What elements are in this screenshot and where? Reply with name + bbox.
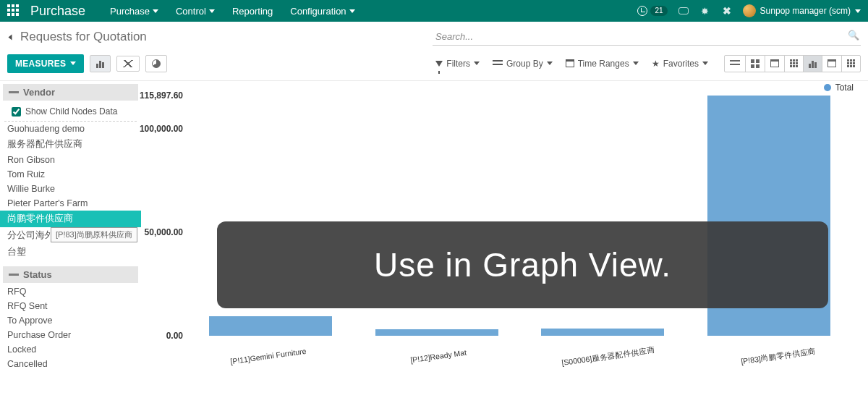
chevron-down-icon xyxy=(702,62,708,65)
sidebar-item-vendor[interactable]: Guohuadeng demo xyxy=(0,122,141,136)
collapse-icon xyxy=(9,274,19,276)
control-panel-bottom: MEASURES Filters Group By Time Ranges ★ … xyxy=(0,48,868,81)
x-axis-label: [P!11]Gemini Furniture xyxy=(183,352,353,362)
pivot-icon xyxy=(790,59,798,67)
user-name-label: Sunpop manager (scm) xyxy=(760,6,851,16)
view-grid[interactable] xyxy=(841,56,860,72)
chevron-down-icon xyxy=(70,62,76,65)
bar[interactable] xyxy=(209,316,332,336)
sidebar: Vendor Show Child Nodes Data Guohuadeng … xyxy=(0,81,141,398)
sidebar-item-vendor[interactable]: 分公司海外[P!83]尚鹏原料供应商 xyxy=(0,227,141,244)
sidebar-item-vendor[interactable]: Pieter Parter's Farm xyxy=(0,196,141,211)
top-navbar: Purchase Purchase Control ReportingConfi… xyxy=(0,0,868,22)
chart-type-bar-button[interactable] xyxy=(90,55,111,72)
chevron-down-icon xyxy=(633,62,639,65)
filters-dropdown[interactable]: Filters xyxy=(435,59,480,69)
chevron-down-icon xyxy=(209,9,215,13)
sidebar-item-status[interactable]: RFQ Sent xyxy=(0,299,141,313)
y-axis-tick: 115,897.60 xyxy=(140,90,183,101)
bar[interactable] xyxy=(541,329,664,336)
sidebar-item-vendor[interactable]: 台塑 xyxy=(0,244,141,261)
groupby-dropdown[interactable]: Group By xyxy=(493,59,553,69)
user-menu[interactable]: Sunpop manager (scm) xyxy=(743,4,861,17)
sidebar-item-status[interactable]: Cancelled xyxy=(0,357,141,371)
activity-clock[interactable]: 21 xyxy=(637,6,667,16)
calendar-icon xyxy=(770,59,779,67)
view-pivot[interactable] xyxy=(784,56,803,72)
search-icon[interactable]: 🔍 xyxy=(848,30,859,41)
view-list[interactable] xyxy=(725,56,745,72)
measures-button[interactable]: MEASURES xyxy=(7,54,84,73)
sidebar-item-status[interactable]: Locked xyxy=(0,342,141,357)
sidebar-item-vendor[interactable]: Ron Gibson xyxy=(0,153,141,167)
chart-type-line-button[interactable] xyxy=(116,56,140,72)
view-graph[interactable] xyxy=(803,56,822,72)
close-icon[interactable]: ✖ xyxy=(721,5,733,17)
sidebar-item-vendor[interactable]: 服务器配件供应商 xyxy=(0,136,141,153)
chevron-down-icon xyxy=(474,62,480,65)
view-activity[interactable] xyxy=(822,56,841,72)
view-calendar[interactable] xyxy=(765,56,784,72)
chevron-down-icon[interactable] xyxy=(9,34,12,40)
x-axis-label: [S00006]服务器配件供应商 xyxy=(524,352,694,362)
search-input[interactable] xyxy=(433,28,861,46)
chevron-down-icon xyxy=(153,9,158,13)
sidebar-group-vendor[interactable]: Vendor xyxy=(3,84,138,101)
bar-chart-icon xyxy=(96,59,104,68)
y-axis-tick: 50,000.00 xyxy=(145,227,183,237)
avatar xyxy=(743,4,756,17)
grid-icon xyxy=(847,59,855,67)
list-icon xyxy=(493,60,503,67)
app-title: Purchase xyxy=(30,4,85,19)
sidebar-item-status[interactable]: Purchase Order xyxy=(0,328,141,342)
control-panel-top: Requests for Quotation 🔍 xyxy=(0,22,868,48)
pie-chart-icon xyxy=(152,59,161,68)
apps-menu-icon[interactable] xyxy=(7,4,20,17)
chevron-down-icon xyxy=(349,9,355,13)
breadcrumb: Requests for Quotation xyxy=(7,30,147,44)
sidebar-item-vendor[interactable]: Willie Burke xyxy=(0,182,141,196)
nav-menu-purchase[interactable]: Purchase xyxy=(110,6,158,17)
y-axis-tick: 100,000.00 xyxy=(140,124,183,134)
sidebar-item-status[interactable]: To Approve xyxy=(0,313,141,328)
x-axis-label: [P!12]Ready Mat xyxy=(353,352,523,362)
calendar-icon xyxy=(827,59,836,67)
overlay-caption: Use in Graph View. xyxy=(217,221,828,308)
sidebar-group-status[interactable]: Status xyxy=(3,266,138,283)
sidebar-item-vendor[interactable]: 尚鹏零件供应商 xyxy=(0,211,141,227)
show-child-nodes-checkbox[interactable]: Show Child Nodes Data xyxy=(4,102,137,122)
sidebar-item-vendor[interactable]: Tom Ruiz xyxy=(0,167,141,182)
nav-menu-reporting[interactable]: Reporting xyxy=(232,6,273,17)
debug-icon[interactable]: ✸ xyxy=(699,5,711,17)
favorites-dropdown[interactable]: ★ Favorites xyxy=(652,59,708,69)
funnel-icon xyxy=(435,61,443,67)
checkbox-input[interactable] xyxy=(12,107,21,117)
chevron-down-icon xyxy=(547,62,553,65)
activity-count-badge: 21 xyxy=(650,6,667,16)
chart-type-pie-button[interactable] xyxy=(145,55,167,72)
main-menu: Purchase Control ReportingConfiguration xyxy=(110,6,355,17)
kanban-icon xyxy=(751,59,760,68)
bar-chart-icon xyxy=(809,59,817,68)
nav-menu-control[interactable]: Control xyxy=(176,6,215,17)
list-icon xyxy=(730,60,740,67)
search-box: 🔍 xyxy=(433,28,861,46)
clock-icon xyxy=(637,6,647,16)
line-chart-icon xyxy=(123,60,133,67)
tooltip: [P!83]尚鹏原料供应商 xyxy=(51,227,137,242)
bar[interactable] xyxy=(375,329,498,336)
measures-label: MEASURES xyxy=(15,59,66,69)
chevron-down-icon xyxy=(855,9,861,13)
view-kanban[interactable] xyxy=(745,56,765,72)
sidebar-item-status[interactable]: RFQ xyxy=(0,284,141,299)
messaging-icon[interactable] xyxy=(678,5,689,17)
x-axis-label: [P!83]尚鹏零件供应商 xyxy=(694,352,864,362)
collapse-icon xyxy=(9,91,19,93)
calendar-icon xyxy=(566,59,574,67)
nav-menu-configuration[interactable]: Configuration xyxy=(290,6,354,17)
page-title: Requests for Quotation xyxy=(20,30,147,44)
star-icon: ★ xyxy=(652,59,660,68)
view-switcher xyxy=(724,55,861,72)
timeranges-dropdown[interactable]: Time Ranges xyxy=(566,59,639,69)
y-axis-tick: 0.00 xyxy=(166,331,183,341)
